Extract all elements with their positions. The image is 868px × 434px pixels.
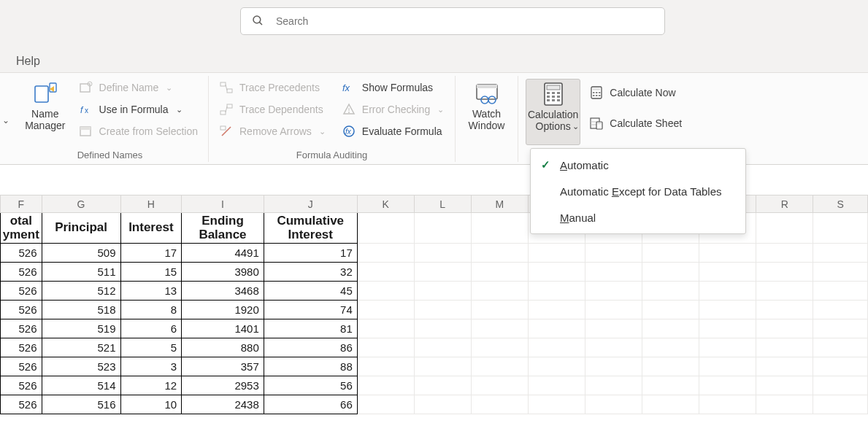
- cell[interactable]: [642, 244, 699, 263]
- cell[interactable]: [813, 213, 868, 244]
- header-cell-H[interactable]: Interest: [120, 213, 182, 244]
- cell[interactable]: [585, 244, 642, 263]
- show-formulas-button[interactable]: fx Show Formulas: [339, 79, 447, 96]
- header-cell-J[interactable]: Cumulative Interest: [264, 213, 357, 244]
- cell[interactable]: [471, 338, 528, 357]
- header-cell-G[interactable]: Principal: [42, 213, 120, 244]
- cell[interactable]: [414, 338, 471, 357]
- column-header-I[interactable]: I: [182, 195, 264, 213]
- cell[interactable]: 511: [42, 263, 120, 282]
- search-input[interactable]: [274, 15, 654, 28]
- cell[interactable]: 526: [1, 357, 42, 376]
- cell[interactable]: 88: [264, 357, 357, 376]
- column-header-S[interactable]: S: [813, 195, 868, 213]
- cell[interactable]: [357, 319, 414, 338]
- cell[interactable]: [642, 357, 699, 376]
- cell[interactable]: [813, 282, 868, 301]
- cell[interactable]: [699, 338, 756, 357]
- remove-arrows-button[interactable]: Remove Arrows ⌄: [216, 123, 329, 140]
- cell[interactable]: 512: [42, 282, 120, 301]
- cell[interactable]: [756, 213, 813, 244]
- cell[interactable]: [699, 357, 756, 376]
- cell[interactable]: [357, 301, 414, 319]
- cell[interactable]: [585, 338, 642, 357]
- error-checking-button[interactable]: Error Checking ⌄: [339, 101, 447, 118]
- column-header-H[interactable]: H: [120, 195, 182, 213]
- cell[interactable]: 17: [264, 244, 357, 263]
- cell[interactable]: 8: [120, 301, 182, 319]
- cell[interactable]: [699, 319, 756, 338]
- cell[interactable]: [357, 263, 414, 282]
- cell[interactable]: [585, 357, 642, 376]
- cell[interactable]: 13: [120, 282, 182, 301]
- trace-dependents-button[interactable]: Trace Dependents: [216, 101, 329, 118]
- column-header-L[interactable]: L: [414, 195, 471, 213]
- header-cell-I[interactable]: Ending Balance: [182, 213, 264, 244]
- column-header-F[interactable]: F: [1, 195, 42, 213]
- watch-window-button[interactable]: Watch Window: [463, 79, 510, 133]
- cell[interactable]: [756, 301, 813, 319]
- cell[interactable]: [414, 301, 471, 319]
- cell[interactable]: [471, 244, 528, 263]
- cell[interactable]: 526: [1, 301, 42, 319]
- calculation-options-button[interactable]: Calculation Options ⌄: [526, 79, 580, 145]
- cell[interactable]: [642, 301, 699, 319]
- cell[interactable]: [357, 376, 414, 395]
- cell[interactable]: [699, 301, 756, 319]
- column-header-K[interactable]: K: [357, 195, 414, 213]
- cell[interactable]: 6: [120, 319, 182, 338]
- cell[interactable]: 1920: [182, 301, 264, 319]
- cell[interactable]: [813, 376, 868, 395]
- cell[interactable]: [699, 244, 756, 263]
- search-box[interactable]: [240, 7, 665, 35]
- tab-help[interactable]: Help: [16, 55, 40, 68]
- cell[interactable]: 86: [264, 338, 357, 357]
- cell[interactable]: [642, 338, 699, 357]
- cell[interactable]: [414, 282, 471, 301]
- cell[interactable]: [813, 395, 868, 414]
- cell[interactable]: [699, 263, 756, 282]
- cell[interactable]: 1401: [182, 319, 264, 338]
- cell[interactable]: [471, 376, 528, 395]
- cell[interactable]: 526: [1, 376, 42, 395]
- cell[interactable]: [471, 395, 528, 414]
- cell[interactable]: [357, 338, 414, 357]
- cell[interactable]: [642, 263, 699, 282]
- cell[interactable]: 519: [42, 319, 120, 338]
- cell[interactable]: [756, 376, 813, 395]
- cell[interactable]: [414, 357, 471, 376]
- cell[interactable]: 523: [42, 357, 120, 376]
- cell[interactable]: [471, 263, 528, 282]
- cell[interactable]: [642, 282, 699, 301]
- cell[interactable]: [813, 319, 868, 338]
- cell[interactable]: [357, 282, 414, 301]
- cell[interactable]: [528, 301, 585, 319]
- cell[interactable]: [414, 376, 471, 395]
- cell[interactable]: [585, 301, 642, 319]
- cell[interactable]: [414, 213, 471, 244]
- cell[interactable]: 2438: [182, 395, 264, 414]
- cell[interactable]: [585, 395, 642, 414]
- cell[interactable]: [585, 282, 642, 301]
- cell[interactable]: 4491: [182, 244, 264, 263]
- trace-precedents-button[interactable]: Trace Precedents: [216, 79, 329, 96]
- calculate-now-button[interactable]: Calculate Now: [586, 84, 685, 101]
- cell[interactable]: 45: [264, 282, 357, 301]
- cell[interactable]: [357, 395, 414, 414]
- cell[interactable]: 521: [42, 338, 120, 357]
- cell[interactable]: 526: [1, 319, 42, 338]
- cell[interactable]: [756, 319, 813, 338]
- cell[interactable]: 526: [1, 282, 42, 301]
- cell[interactable]: [528, 282, 585, 301]
- cell[interactable]: [699, 376, 756, 395]
- cell[interactable]: [471, 213, 528, 244]
- cell[interactable]: [642, 319, 699, 338]
- cell[interactable]: [357, 213, 414, 244]
- cell[interactable]: 516: [42, 395, 120, 414]
- cell[interactable]: 32: [264, 263, 357, 282]
- cell[interactable]: [414, 263, 471, 282]
- column-header-R[interactable]: R: [756, 195, 813, 213]
- cell[interactable]: 15: [120, 263, 182, 282]
- menu-item-automatic-except[interactable]: ✓ Automatic Except for Data Tables: [531, 178, 745, 204]
- cell[interactable]: 66: [264, 395, 357, 414]
